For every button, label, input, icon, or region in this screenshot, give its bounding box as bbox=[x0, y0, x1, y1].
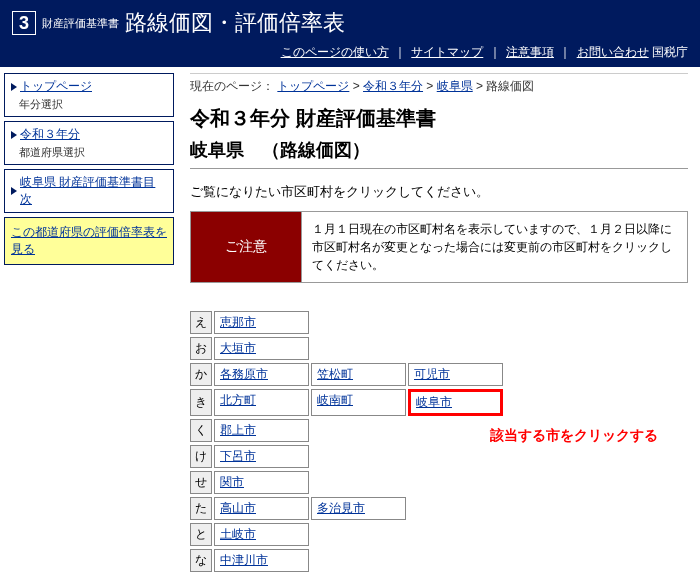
sidebar-link[interactable]: トップページ bbox=[11, 78, 167, 95]
kana-cell: か bbox=[190, 363, 212, 386]
city-link[interactable]: 恵那市 bbox=[220, 315, 256, 329]
kana-cell: け bbox=[190, 445, 212, 468]
triangle-icon bbox=[11, 131, 17, 139]
city-link[interactable]: 中津川市 bbox=[220, 553, 268, 567]
city-link[interactable]: 郡上市 bbox=[220, 423, 256, 437]
triangle-icon bbox=[11, 83, 17, 91]
city-cell: 土岐市 bbox=[214, 523, 309, 546]
breadcrumb-label: 現在のページ： bbox=[190, 79, 274, 93]
header-top: 3 財産評価基準書 路線価図・評価倍率表 bbox=[12, 8, 688, 38]
city-cell: 高山市 bbox=[214, 497, 309, 520]
city-cell: 中津川市 bbox=[214, 549, 309, 572]
logo-subtitle: 財産評価基準書 bbox=[42, 16, 119, 31]
callout-text: 該当する市をクリックする bbox=[490, 427, 658, 445]
kana-cell: せ bbox=[190, 471, 212, 494]
main-content: 現在のページ： トップページ > 令和３年分 > 岐阜県 > 路線価図 令和３年… bbox=[178, 67, 700, 578]
city-table: え恵那市お大垣市か各務原市笠松町可児市き北方町岐南町岐阜市く郡上市け下呂市せ関市… bbox=[190, 311, 688, 572]
kana-cell: た bbox=[190, 497, 212, 520]
sidebar: トップページ年分選択令和３年分都道府県選択岐阜県 財産評価基準書目次 この都道府… bbox=[0, 67, 178, 271]
city-link[interactable]: 岐南町 bbox=[317, 393, 353, 407]
city-link[interactable]: 笠松町 bbox=[317, 367, 353, 381]
kana-cell: な bbox=[190, 549, 212, 572]
sidebar-item: 令和３年分都道府県選択 bbox=[4, 121, 174, 165]
breadcrumb-year[interactable]: 令和３年分 bbox=[363, 79, 423, 93]
sidebar-yellow-box: この都道府県の評価倍率表を見る bbox=[4, 217, 174, 265]
table-row: せ関市 bbox=[190, 471, 688, 494]
table-row: お大垣市 bbox=[190, 337, 688, 360]
separator: ｜ bbox=[489, 45, 501, 59]
triangle-icon bbox=[11, 187, 17, 195]
page-subtitle: 岐阜県 （路線価図） bbox=[190, 138, 688, 162]
city-cell: 郡上市 bbox=[214, 419, 309, 442]
sidebar-sub: 都道府県選択 bbox=[19, 145, 167, 160]
divider bbox=[190, 168, 688, 169]
intro-text: ご覧になりたい市区町村をクリックしてください。 bbox=[190, 183, 688, 201]
city-cell: 笠松町 bbox=[311, 363, 406, 386]
notice-label: ご注意 bbox=[191, 212, 301, 282]
notice-text: １月１日現在の市区町村名を表示していますので、１月２日以降に市区町村名が変更とな… bbox=[301, 212, 687, 282]
nta-label: 国税庁 bbox=[652, 45, 688, 59]
city-cell: 多治見市 bbox=[311, 497, 406, 520]
kana-cell: き bbox=[190, 389, 212, 416]
city-cell: 下呂市 bbox=[214, 445, 309, 468]
layout-container: トップページ年分選択令和３年分都道府県選択岐阜県 財産評価基準書目次 この都道府… bbox=[0, 67, 700, 578]
kana-cell: く bbox=[190, 419, 212, 442]
city-link[interactable]: 各務原市 bbox=[220, 367, 268, 381]
link-caution[interactable]: 注意事項 bbox=[506, 45, 554, 59]
table-row: え恵那市 bbox=[190, 311, 688, 334]
page-title: 令和３年分 財産評価基準書 bbox=[190, 105, 688, 132]
city-link[interactable]: 大垣市 bbox=[220, 341, 256, 355]
city-link[interactable]: 可児市 bbox=[414, 367, 450, 381]
city-link[interactable]: 北方町 bbox=[220, 393, 256, 407]
city-cell: 岐南町 bbox=[311, 389, 406, 416]
breadcrumb: 現在のページ： トップページ > 令和３年分 > 岐阜県 > 路線価図 bbox=[190, 73, 688, 95]
notice-box: ご注意 １月１日現在の市区町村名を表示していますので、１月２日以降に市区町村名が… bbox=[190, 211, 688, 283]
table-row: な中津川市 bbox=[190, 549, 688, 572]
table-row: け下呂市 bbox=[190, 445, 688, 468]
city-link[interactable]: 岐阜市 bbox=[416, 395, 452, 409]
city-cell: 大垣市 bbox=[214, 337, 309, 360]
city-link[interactable]: 下呂市 bbox=[220, 449, 256, 463]
link-usage[interactable]: このページの使い方 bbox=[281, 45, 389, 59]
table-row: た高山市多治見市 bbox=[190, 497, 688, 520]
sidebar-link[interactable]: 岐阜県 財産評価基準書目次 bbox=[11, 174, 167, 208]
city-cell: 岐阜市 bbox=[408, 389, 503, 416]
header-links: このページの使い方 ｜ サイトマップ ｜ 注意事項 ｜ お問い合わせ 国税庁 bbox=[12, 44, 688, 61]
city-link[interactable]: 多治見市 bbox=[317, 501, 365, 515]
table-row: か各務原市笠松町可児市 bbox=[190, 363, 688, 386]
sidebar-sub: 年分選択 bbox=[19, 97, 167, 112]
logo-icon: 3 bbox=[12, 11, 36, 35]
link-sitemap[interactable]: サイトマップ bbox=[411, 45, 483, 59]
breadcrumb-top[interactable]: トップページ bbox=[277, 79, 349, 93]
city-link[interactable]: 土岐市 bbox=[220, 527, 256, 541]
link-contact[interactable]: お問い合わせ bbox=[577, 45, 649, 59]
city-link[interactable]: 高山市 bbox=[220, 501, 256, 515]
sidebar-link[interactable]: 令和３年分 bbox=[11, 126, 167, 143]
kana-cell: と bbox=[190, 523, 212, 546]
city-cell: 可児市 bbox=[408, 363, 503, 386]
city-cell: 北方町 bbox=[214, 389, 309, 416]
city-cell: 関市 bbox=[214, 471, 309, 494]
sidebar-item: 岐阜県 財産評価基準書目次 bbox=[4, 169, 174, 213]
city-link[interactable]: 関市 bbox=[220, 475, 244, 489]
table-row: と土岐市 bbox=[190, 523, 688, 546]
city-cell: 各務原市 bbox=[214, 363, 309, 386]
kana-cell: え bbox=[190, 311, 212, 334]
ratio-table-link[interactable]: この都道府県の評価倍率表を見る bbox=[11, 225, 167, 256]
separator: ｜ bbox=[559, 45, 571, 59]
sidebar-item: トップページ年分選択 bbox=[4, 73, 174, 117]
kana-cell: お bbox=[190, 337, 212, 360]
breadcrumb-current: 路線価図 bbox=[486, 79, 534, 93]
separator: ｜ bbox=[394, 45, 406, 59]
city-cell: 恵那市 bbox=[214, 311, 309, 334]
breadcrumb-pref[interactable]: 岐阜県 bbox=[437, 79, 473, 93]
table-row: き北方町岐南町岐阜市 bbox=[190, 389, 688, 416]
site-title: 路線価図・評価倍率表 bbox=[125, 8, 345, 38]
page-header: 3 財産評価基準書 路線価図・評価倍率表 このページの使い方 ｜ サイトマップ … bbox=[0, 0, 700, 67]
